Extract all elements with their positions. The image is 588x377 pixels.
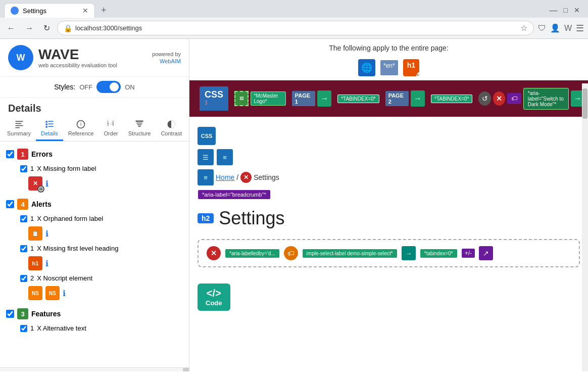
- css3-content-text: CSS: [201, 133, 213, 139]
- forward-button[interactable]: →: [22, 22, 36, 35]
- code-block[interactable]: </> Code: [198, 284, 230, 311]
- noscript-icon-2: NS: [45, 286, 60, 300]
- teal-arrow-select: →: [402, 246, 416, 260]
- main-content: The following apply to the entire page: …: [189, 39, 588, 371]
- notice-text: The following apply to the entire page:: [329, 44, 449, 52]
- styles-on-label: ON: [125, 83, 135, 91]
- browser-chrome: Settings ✕ + — □ ✕ ← → ↻ 🔒 localhost:300…: [0, 0, 588, 39]
- plus-minus-badge: +/-: [462, 249, 475, 258]
- menu-icon[interactable]: ☰: [576, 23, 584, 34]
- page2-nav: PAGE 2 →: [385, 90, 425, 107]
- missing-h1-checkbox[interactable]: [20, 245, 27, 252]
- pocket-icon[interactable]: 🛡: [538, 24, 546, 33]
- missing-form-label-text: X Missing form label: [37, 165, 96, 172]
- webaim-link[interactable]: WebAIM: [160, 58, 181, 64]
- svg-rect-7: [48, 121, 53, 122]
- wave-icons-row: 🌐 *en* h1 ⚠: [189, 57, 588, 80]
- svg-rect-9: [48, 123, 53, 124]
- aria-breadcrumb-row: *aria-label="breadcrumb"*: [198, 187, 580, 202]
- powered-by-text: powered by: [152, 51, 181, 57]
- noscript-info-icon[interactable]: ℹ: [63, 289, 66, 298]
- errors-label: Errors: [31, 150, 53, 158]
- main-scrollbar[interactable]: [582, 83, 588, 371]
- page1-arrow: →: [317, 90, 331, 107]
- alt-text-checkbox[interactable]: [20, 325, 27, 332]
- error-sub-icon: [37, 185, 44, 193]
- noscript-count: 2: [30, 274, 34, 282]
- wave-title: WAVE: [38, 47, 117, 63]
- new-tab-button[interactable]: +: [97, 3, 111, 18]
- features-checkbox[interactable]: [6, 310, 14, 318]
- css3-num: 3: [205, 100, 208, 106]
- mcmaster-label: *McMaster Logo*: [251, 91, 286, 106]
- scrollbar-thumb-main[interactable]: [582, 88, 587, 119]
- minimize-button[interactable]: —: [550, 6, 558, 15]
- alerts-checkbox[interactable]: [6, 200, 14, 208]
- svg-point-26: [40, 190, 41, 191]
- star-icon[interactable]: ☆: [520, 23, 527, 33]
- back-button[interactable]: ←: [4, 22, 18, 35]
- tab-contrast[interactable]: Contrast: [156, 116, 187, 141]
- orphaned-form-checkbox[interactable]: [20, 215, 27, 222]
- h1-alert-icon: h1: [28, 256, 42, 270]
- tab-reference[interactable]: i Reference: [63, 116, 99, 141]
- styles-toggle[interactable]: [96, 81, 121, 93]
- code-icon: </>: [206, 288, 222, 299]
- main-container: W WAVE web accessibility evaluation tool…: [0, 39, 588, 371]
- noscript-icon-row: NS NS ℹ: [6, 284, 183, 302]
- errors-section-header: 1 Errors: [6, 146, 183, 163]
- tab-bar: Settings ✕ + — □ ✕: [0, 0, 588, 18]
- refresh-button[interactable]: ↻: [40, 21, 53, 35]
- address-bar[interactable]: 🔒 localhost:3000/settings ☆: [57, 21, 534, 35]
- wave-title-group: WAVE web accessibility evaluation tool: [38, 47, 117, 69]
- noscript-icon-1: NS: [28, 286, 42, 300]
- home-link[interactable]: Home: [216, 173, 234, 181]
- alert-info-icon-1[interactable]: ℹ: [45, 229, 48, 239]
- header-right-icons: ↺ ✕ 🏷 *aria-label="Switch to Dark Mode"*…: [478, 88, 584, 110]
- scroll-area[interactable]: [0, 367, 189, 371]
- select-warn-sub: ⚠: [295, 256, 299, 261]
- noscript-checkbox[interactable]: [20, 275, 27, 282]
- orphaned-form-count: 1: [30, 215, 34, 222]
- scrollbar-thumb[interactable]: [183, 368, 189, 371]
- svg-rect-21: [137, 124, 141, 125]
- slash: /: [236, 173, 238, 181]
- styles-label: Styles:: [54, 83, 75, 91]
- tab-structure[interactable]: Structure: [123, 116, 156, 141]
- alert-icon-box-1: 📋: [28, 226, 42, 241]
- tab-summary[interactable]: Summary: [2, 116, 36, 141]
- maximize-button[interactable]: □: [564, 6, 568, 15]
- profile-icon[interactable]: 👤: [550, 23, 560, 33]
- active-tab[interactable]: Settings ✕: [4, 3, 95, 18]
- wave-logo: W: [8, 45, 33, 70]
- powered-by-group: powered by WebAIM: [152, 51, 181, 65]
- missing-h1-item: 1 X Missing first level heading: [6, 243, 183, 254]
- tab-order[interactable]: 13→24 Order: [99, 116, 123, 141]
- close-window-button[interactable]: ✕: [574, 6, 580, 15]
- error-info-icon[interactable]: ℹ: [45, 179, 48, 188]
- page1-nav: PAGE 1 →: [292, 90, 331, 107]
- extensions-icon[interactable]: W: [564, 24, 572, 33]
- h2-settings-group: h2 Settings: [198, 202, 580, 235]
- tab-favicon: [11, 7, 19, 15]
- missing-form-label-count: 1: [30, 165, 34, 172]
- details-title: Details: [8, 103, 41, 114]
- tab-details[interactable]: Details: [36, 116, 63, 141]
- globe-icon: 🌐: [358, 59, 375, 76]
- wave-header: W WAVE web accessibility evaluation tool…: [0, 39, 189, 76]
- aria-switch-badge: *aria-label="Switch to Dark Mode"*: [523, 88, 569, 110]
- tab-close-button[interactable]: ✕: [82, 7, 88, 15]
- errors-checkbox[interactable]: [6, 150, 14, 158]
- aria-labelledby-badge: *aria-labelledby='d...: [225, 249, 280, 258]
- tab-order-label: Order: [104, 130, 118, 136]
- svg-rect-10: [45, 126, 47, 127]
- purple-tag-header: 🏷: [507, 93, 521, 104]
- svg-text:3: 3: [107, 123, 109, 126]
- svg-rect-5: [15, 127, 19, 128]
- list-breadcrumb-icon: ≡: [198, 169, 214, 185]
- warn-icon: ⚠: [416, 71, 421, 78]
- missing-form-label-checkbox[interactable]: [20, 165, 27, 172]
- alt-text-item: 1 X Alternative text: [6, 322, 183, 334]
- h1-info-icon[interactable]: ℹ: [45, 259, 48, 268]
- styles-off-label: OFF: [79, 83, 92, 91]
